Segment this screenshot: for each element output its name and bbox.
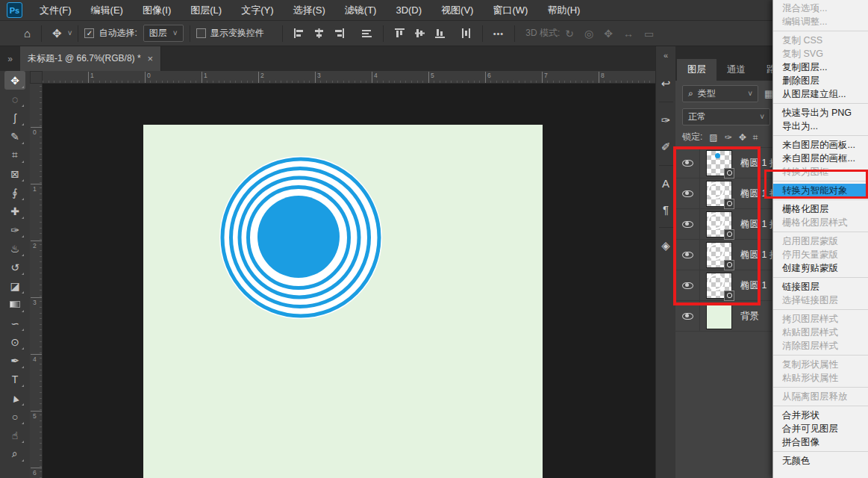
move-tool[interactable]: ✥	[4, 71, 25, 90]
lock-position-icon[interactable]: ✥	[739, 132, 746, 143]
context-item-rasterize-layer[interactable]: 栅格化图层	[773, 202, 868, 216]
history-panel-icon[interactable]: ↩	[661, 77, 671, 90]
crop-tool[interactable]: ⌗	[4, 146, 25, 164]
ruler-tick: 7	[542, 72, 548, 84]
context-item-frame-from-layers[interactable]: 来自图层的画框...	[773, 152, 868, 165]
menu-window[interactable]: 窗口(W)	[483, 0, 537, 21]
distribute-horizontal-icon[interactable]	[456, 28, 476, 39]
menu-view[interactable]: 视图(V)	[431, 0, 483, 21]
menu-filter[interactable]: 滤镜(T)	[335, 0, 387, 21]
align-bottom-edges-icon[interactable]	[357, 28, 377, 39]
menu-layer[interactable]: 图层(L)	[181, 0, 231, 21]
context-item-export-as[interactable]: 导出为...	[773, 120, 868, 133]
layer-filter-dropdown[interactable]: ⌕ 类型 ˅	[682, 85, 758, 102]
quick-selection-tool[interactable]: ✎	[4, 127, 25, 146]
context-item-merge-visible[interactable]: 合并可见图层	[773, 422, 868, 435]
3d-panel-icon[interactable]: ◈	[661, 239, 670, 252]
context-item-merge-shapes[interactable]: 合并形状	[773, 409, 868, 422]
paragraph-panel-icon[interactable]: ¶	[663, 203, 669, 216]
thumbnail-arc	[708, 274, 724, 291]
align-middle-icon[interactable]	[410, 28, 430, 39]
layer-thumbnail[interactable]	[706, 150, 732, 176]
layer-thumbnail[interactable]	[706, 242, 732, 268]
pen-tool[interactable]: ✒	[4, 351, 25, 370]
brushes-icon[interactable]: ✐	[661, 140, 671, 154]
auto-select-checkbox[interactable]	[84, 28, 94, 38]
horizontal-ruler: 1 0 1 2 3 4 5 6 7 8	[43, 71, 655, 84]
align-right-icon[interactable]	[329, 28, 349, 39]
context-item-quick-export-png[interactable]: 快速导出为 PNG	[773, 106, 868, 120]
layer-name[interactable]: 背景	[740, 310, 759, 323]
visibility-toggle[interactable]	[675, 270, 700, 300]
smudge-tool[interactable]: ∽	[4, 314, 25, 332]
hand-tool[interactable]: ☝	[4, 426, 25, 444]
close-icon[interactable]: ×	[148, 53, 154, 64]
path-selection-tool-icon: ▲	[8, 391, 22, 406]
brush-settings-icon[interactable]: ✑	[661, 114, 671, 127]
ellipse-tool[interactable]: ○	[4, 407, 25, 426]
document-canvas[interactable]	[143, 125, 543, 478]
context-item-link-layers[interactable]: 链接图层	[773, 280, 868, 294]
character-panel-icon[interactable]: A	[662, 177, 669, 190]
auto-select-target-dropdown[interactable]: 图层 ˅	[143, 25, 184, 42]
type-tool[interactable]: T	[4, 370, 25, 388]
align-left-icon[interactable]	[289, 28, 309, 39]
layer-name[interactable]: 椭圆 1	[740, 279, 766, 292]
frame-tool[interactable]: ⊠	[4, 164, 25, 183]
align-center-horizontal-icon[interactable]	[309, 28, 329, 39]
menu-help[interactable]: 帮助(H)	[537, 0, 590, 21]
visibility-toggle[interactable]	[675, 240, 700, 270]
menu-type[interactable]: 文字(Y)	[231, 0, 283, 21]
layer-thumbnail[interactable]	[706, 181, 732, 207]
visibility-toggle[interactable]	[675, 209, 700, 239]
menu-3d[interactable]: 3D(D)	[386, 0, 431, 21]
clone-stamp-tool[interactable]: ♨	[4, 239, 25, 258]
tab-overflow-chevron-icon[interactable]: »	[0, 46, 20, 71]
lasso-tool[interactable]: ʃ	[4, 108, 25, 127]
tab-layers[interactable]: 图层	[677, 59, 716, 81]
context-item-delete-layer[interactable]: 删除图层	[773, 74, 868, 87]
brush-tool[interactable]: ✑	[4, 220, 25, 239]
move-tool-preset-icon[interactable]: ✥	[48, 27, 66, 40]
lock-artboard-icon[interactable]: ⌗	[753, 132, 758, 143]
lock-transparency-icon[interactable]: ▨	[709, 132, 717, 143]
zoom-tool[interactable]: ⌕	[4, 444, 25, 463]
blend-mode-dropdown[interactable]: 正常 ˅	[682, 108, 770, 125]
context-item-create-clipping-mask[interactable]: 创建剪贴蒙版	[773, 261, 868, 275]
healing-brush-tool[interactable]: ✚	[4, 202, 25, 220]
align-bottom-icon[interactable]	[430, 28, 450, 39]
menu-image[interactable]: 图像(I)	[133, 0, 181, 21]
path-selection-tool[interactable]: ▲	[4, 388, 25, 407]
chevron-down-icon[interactable]: ˅	[68, 29, 72, 37]
eraser-tool[interactable]: ◪	[4, 276, 25, 295]
menu-file[interactable]: 文件(F)	[30, 0, 81, 21]
context-item-flatten-image[interactable]: 拼合图像	[773, 435, 868, 449]
history-brush-tool[interactable]: ↺	[4, 258, 25, 276]
lock-paint-icon[interactable]: ✑	[725, 132, 732, 143]
dodge-tool-icon: ⊙	[10, 336, 19, 348]
align-top-icon[interactable]	[390, 28, 410, 39]
menu-edit[interactable]: 编辑(E)	[81, 0, 133, 21]
layer-thumbnail[interactable]	[706, 273, 732, 299]
collapse-panels-icon[interactable]: «	[664, 51, 668, 60]
context-item-artboard-from-layers[interactable]: 来自图层的画板...	[773, 138, 868, 152]
context-item-convert-to-smart-object[interactable]: 转换为智能对象	[773, 184, 868, 197]
visibility-toggle[interactable]	[675, 179, 700, 208]
gradient-tool[interactable]	[4, 295, 25, 314]
marquee-tool[interactable]: ◌	[4, 90, 25, 108]
layer-thumbnail[interactable]	[706, 211, 732, 238]
more-options-button[interactable]: •••	[489, 29, 509, 38]
home-icon[interactable]: ⌂	[19, 27, 35, 40]
layer-thumbnail[interactable]	[706, 303, 732, 329]
menu-select[interactable]: 选择(S)	[283, 0, 334, 21]
context-item-no-color[interactable]: 无颜色	[773, 454, 868, 468]
eyedropper-tool[interactable]: ∮	[4, 183, 25, 202]
context-item-group-from-layers[interactable]: 从图层建立组...	[773, 87, 868, 101]
visibility-toggle[interactable]	[675, 301, 700, 331]
tab-channels[interactable]: 通道	[716, 59, 756, 81]
context-item-duplicate-layer[interactable]: 复制图层...	[773, 60, 868, 74]
show-transform-checkbox[interactable]	[196, 28, 206, 38]
dodge-tool[interactable]: ⊙	[4, 332, 25, 351]
document-tab[interactable]: 未标题-1 @ 66.7%(RGB/8) * ×	[20, 46, 161, 71]
visibility-toggle[interactable]	[675, 148, 700, 178]
